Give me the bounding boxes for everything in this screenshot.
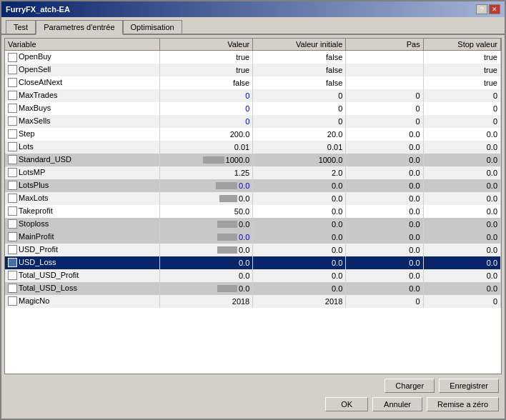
table-row[interactable]: MagicNo2018201800 <box>5 295 501 308</box>
table-row[interactable]: USD_Profit0.00.00.00.0 <box>5 244 501 256</box>
variable-name: LotsMP <box>19 168 45 176</box>
checkbox[interactable] <box>8 245 17 254</box>
checkbox[interactable] <box>8 116 17 126</box>
tab-test[interactable]: Test <box>6 20 36 34</box>
initiale-cell: 0.0 <box>253 269 346 282</box>
stop-cell: 0.0 <box>423 269 500 282</box>
valeur-cell: 0.0 <box>160 282 253 295</box>
pas-cell: 0 <box>346 89 423 102</box>
checkbox[interactable] <box>8 53 17 62</box>
variable-cell: USD_Profit <box>5 244 160 256</box>
variable-name: Takeprofit <box>19 206 53 215</box>
table-row[interactable]: Total_USD_Profit0.00.00.00.0 <box>5 269 501 282</box>
stop-cell: 0 <box>423 89 500 102</box>
ok-button[interactable]: OK <box>325 397 368 411</box>
checkbox[interactable] <box>8 219 17 229</box>
variable-name: MaxLots <box>19 194 49 202</box>
table-row[interactable]: CloseAtNextfalsefalsetrue <box>5 76 501 89</box>
variable-name: OpenSell <box>19 65 51 74</box>
stop-cell: 0.0 <box>423 166 500 179</box>
close-button[interactable]: ✕ <box>489 4 500 14</box>
checkbox[interactable] <box>8 91 17 100</box>
initiale-cell: false <box>253 76 346 89</box>
pas-cell: 0.0 <box>346 282 423 295</box>
variable-cell: Total_USD_Profit <box>5 269 160 282</box>
variable-cell: Step <box>5 128 160 141</box>
pas-cell: 0 <box>346 295 423 308</box>
tab-params[interactable]: Parametres d'entrée <box>36 20 122 35</box>
checkbox[interactable] <box>8 65 17 74</box>
variable-name: OpenBuy <box>19 52 51 61</box>
stop-cell: 0.0 <box>423 128 500 141</box>
remise-button[interactable]: Remise a zéro <box>427 397 499 411</box>
valeur-cell: 0 <box>160 89 253 102</box>
table-row[interactable]: MaxLots0.00.00.00.0 <box>5 192 501 205</box>
initiale-cell: 0.0 <box>253 231 346 244</box>
initiale-cell: 20.0 <box>253 128 346 141</box>
checkbox[interactable] <box>8 232 17 241</box>
stop-cell: true <box>423 64 500 76</box>
table-row[interactable]: Standard_USD1000.01000.00.00.0 <box>5 154 501 166</box>
variable-name: USD_Loss <box>19 258 56 266</box>
help-button[interactable]: ? <box>476 4 487 14</box>
checkbox[interactable] <box>8 129 17 139</box>
valeur-cell: true <box>160 64 253 76</box>
table-row[interactable]: MaxSells0000 <box>5 115 501 128</box>
tab-optim[interactable]: Optimisation <box>123 20 182 34</box>
table-row[interactable]: USD_Loss0.00.00.00.0 <box>5 256 501 269</box>
checkbox[interactable] <box>8 271 17 280</box>
pas-cell: 0.0 <box>346 141 423 154</box>
col-header-valeur: Valeur <box>160 39 253 51</box>
stop-cell: true <box>423 51 500 64</box>
variable-cell: MagicNo <box>5 295 160 308</box>
charger-button[interactable]: Charger <box>385 379 435 393</box>
pas-cell <box>346 51 423 64</box>
valeur-cell: 0.0 <box>160 192 253 205</box>
checkbox[interactable] <box>8 194 17 203</box>
checkbox[interactable] <box>8 258 17 267</box>
title-buttons: ? ✕ <box>476 4 500 14</box>
stop-cell: 0.0 <box>423 205 500 218</box>
table-row[interactable]: LotsMP1.252.00.00.0 <box>5 166 501 179</box>
table-row[interactable]: Total_USD_Loss0.00.00.00.0 <box>5 282 501 295</box>
variable-name: MainProfit <box>19 232 54 241</box>
variable-cell: MaxSells <box>5 115 160 128</box>
checkbox[interactable] <box>8 104 17 113</box>
checkbox[interactable] <box>8 168 17 177</box>
initiale-cell: 0.0 <box>253 192 346 205</box>
table-row[interactable]: Lots0.010.010.00.0 <box>5 141 501 154</box>
table-row[interactable]: OpenSelltruefalsetrue <box>5 64 501 76</box>
table-row[interactable]: MaxTrades0000 <box>5 89 501 102</box>
initiale-cell: 0.0 <box>253 218 346 231</box>
checkbox[interactable] <box>8 78 17 87</box>
stop-cell: 0 <box>423 115 500 128</box>
checkbox[interactable] <box>8 206 17 216</box>
table-row[interactable]: MainProfit0.00.00.00.0 <box>5 231 501 244</box>
table-row[interactable]: Step200.020.00.00.0 <box>5 128 501 141</box>
annuler-button[interactable]: Annuler <box>372 397 422 411</box>
variable-cell: Lots <box>5 141 160 154</box>
checkbox[interactable] <box>8 155 17 164</box>
checkbox[interactable] <box>8 296 17 306</box>
valeur-cell: 0.0 <box>160 244 253 256</box>
variable-cell: LotsMP <box>5 166 160 179</box>
checkbox[interactable] <box>8 142 17 151</box>
valeur-cell: 0.0 <box>160 269 253 282</box>
table-row[interactable]: OpenBuytruefalsetrue <box>5 51 501 64</box>
col-header-variable: Variable <box>5 39 160 51</box>
valeur-cell: 0.0 <box>160 256 253 269</box>
table-row[interactable]: Takeprofit50.00.00.00.0 <box>5 205 501 218</box>
variable-cell: MaxBuys <box>5 102 160 115</box>
checkbox[interactable] <box>8 284 17 293</box>
checkbox[interactable] <box>8 181 17 190</box>
valeur-cell: 0.0 <box>160 179 253 192</box>
table-row[interactable]: MaxBuys0000 <box>5 102 501 115</box>
table-row[interactable]: Stoploss0.00.00.00.0 <box>5 218 501 231</box>
valeur-cell: 0 <box>160 115 253 128</box>
initiale-cell: 0.01 <box>253 141 346 154</box>
enregistrer-button[interactable]: Enregistrer <box>439 379 499 393</box>
variable-cell: Standard_USD <box>5 154 160 166</box>
table-row[interactable]: LotsPlus0.00.00.00.0 <box>5 179 501 192</box>
stop-cell: 0.0 <box>423 244 500 256</box>
pas-cell: 0.0 <box>346 154 423 166</box>
